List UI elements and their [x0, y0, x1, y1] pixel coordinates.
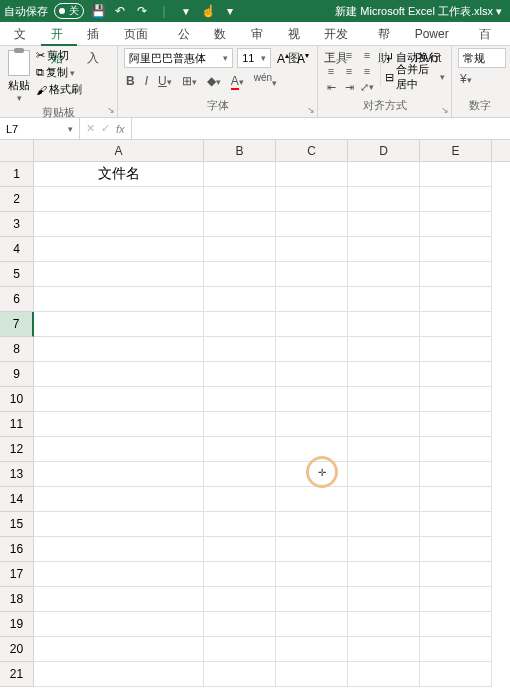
grow-font-button[interactable]: A▴	[275, 51, 291, 66]
cell[interactable]	[204, 412, 276, 437]
touch-icon[interactable]: ☝	[200, 3, 216, 19]
cell[interactable]	[420, 487, 492, 512]
undo-icon[interactable]: ↶	[112, 3, 128, 19]
cell[interactable]	[276, 262, 348, 287]
cell[interactable]	[204, 212, 276, 237]
cell[interactable]	[276, 312, 348, 337]
fx-button[interactable]: fx	[116, 123, 125, 135]
row-header-12[interactable]: 12	[0, 437, 34, 462]
font-name-selector[interactable]: 阿里巴巴普惠体 ▾	[124, 48, 233, 68]
cell[interactable]	[348, 437, 420, 462]
cell[interactable]	[276, 537, 348, 562]
formula-input[interactable]	[131, 118, 510, 140]
cell[interactable]	[348, 337, 420, 362]
cell[interactable]	[204, 237, 276, 262]
cell[interactable]	[276, 287, 348, 312]
cell[interactable]	[420, 462, 492, 487]
cell[interactable]	[420, 637, 492, 662]
cell[interactable]	[34, 612, 204, 637]
cell[interactable]	[276, 487, 348, 512]
tab-审阅[interactable]: 审阅	[241, 22, 278, 46]
row-header-17[interactable]: 17	[0, 562, 34, 587]
cell[interactable]	[204, 337, 276, 362]
cell[interactable]	[276, 187, 348, 212]
cell[interactable]	[420, 262, 492, 287]
cell[interactable]	[420, 612, 492, 637]
cell[interactable]	[34, 487, 204, 512]
cell[interactable]	[420, 387, 492, 412]
tab-插入[interactable]: 插入	[77, 22, 114, 46]
cell[interactable]	[34, 262, 204, 287]
cell[interactable]	[348, 637, 420, 662]
cell[interactable]	[276, 637, 348, 662]
cell[interactable]	[348, 187, 420, 212]
cell[interactable]	[348, 487, 420, 512]
number-format-selector[interactable]: 常规	[458, 48, 506, 68]
cell[interactable]	[34, 637, 204, 662]
align-launcher-icon[interactable]: ↘	[441, 105, 449, 115]
cell[interactable]	[348, 462, 420, 487]
align-bottom-icon[interactable]: ≡	[360, 48, 374, 62]
cell[interactable]	[276, 387, 348, 412]
column-header-B[interactable]: B	[204, 140, 276, 161]
cell[interactable]	[276, 362, 348, 387]
underline-button[interactable]: U▾	[156, 74, 174, 88]
cell[interactable]	[204, 512, 276, 537]
cell[interactable]	[34, 462, 204, 487]
cell[interactable]	[204, 362, 276, 387]
cell[interactable]	[204, 287, 276, 312]
font-size-selector[interactable]: 11 ▾	[237, 48, 271, 68]
row-header-11[interactable]: 11	[0, 412, 34, 437]
document-title[interactable]: 新建 Microsoft Excel 工作表.xlsx ▾	[238, 4, 506, 19]
cell[interactable]	[348, 362, 420, 387]
row-header-1[interactable]: 1	[0, 162, 34, 187]
cell[interactable]	[420, 412, 492, 437]
cell[interactable]	[34, 587, 204, 612]
cell[interactable]	[276, 462, 348, 487]
cell[interactable]	[276, 587, 348, 612]
cell[interactable]	[348, 312, 420, 337]
cell[interactable]	[34, 337, 204, 362]
cell[interactable]	[420, 587, 492, 612]
autosave-toggle[interactable]: 关	[54, 3, 84, 19]
cell[interactable]	[34, 187, 204, 212]
cell[interactable]	[204, 612, 276, 637]
cell[interactable]	[204, 662, 276, 687]
column-header-A[interactable]: A	[34, 140, 204, 161]
align-right-icon[interactable]: ≡	[360, 64, 374, 78]
row-header-21[interactable]: 21	[0, 662, 34, 687]
cell[interactable]: 文件名	[34, 162, 204, 187]
cell[interactable]	[420, 662, 492, 687]
paste-dropdown-icon[interactable]: ▾	[17, 93, 22, 103]
cell[interactable]	[276, 237, 348, 262]
cell[interactable]	[204, 162, 276, 187]
cancel-edit-icon[interactable]: ✕	[86, 122, 95, 135]
column-header-C[interactable]: C	[276, 140, 348, 161]
cell[interactable]	[34, 287, 204, 312]
row-header-9[interactable]: 9	[0, 362, 34, 387]
font-launcher-icon[interactable]: ↘	[307, 105, 315, 115]
merge-center-button[interactable]: ⊟合并后居中▾	[385, 68, 445, 86]
cell[interactable]	[420, 512, 492, 537]
cell[interactable]	[348, 237, 420, 262]
cell[interactable]	[348, 587, 420, 612]
cell[interactable]	[204, 187, 276, 212]
cell[interactable]	[348, 387, 420, 412]
cell[interactable]	[276, 437, 348, 462]
spreadsheet-grid[interactable]: ABCDE 1文件名234567891011121314151617181920…	[0, 140, 510, 695]
currency-button[interactable]: ¥▾	[458, 72, 474, 86]
column-header-E[interactable]: E	[420, 140, 492, 161]
cell[interactable]	[420, 337, 492, 362]
orientation-icon[interactable]: ⤢▾	[360, 80, 374, 94]
cell[interactable]	[420, 562, 492, 587]
cell[interactable]	[420, 312, 492, 337]
cell[interactable]	[348, 262, 420, 287]
cell[interactable]	[348, 162, 420, 187]
cell[interactable]	[204, 637, 276, 662]
cell[interactable]	[348, 612, 420, 637]
cell[interactable]	[204, 387, 276, 412]
cell[interactable]	[34, 237, 204, 262]
cell[interactable]	[276, 512, 348, 537]
border-button[interactable]: ⊞▾	[180, 74, 199, 88]
row-header-4[interactable]: 4	[0, 237, 34, 262]
